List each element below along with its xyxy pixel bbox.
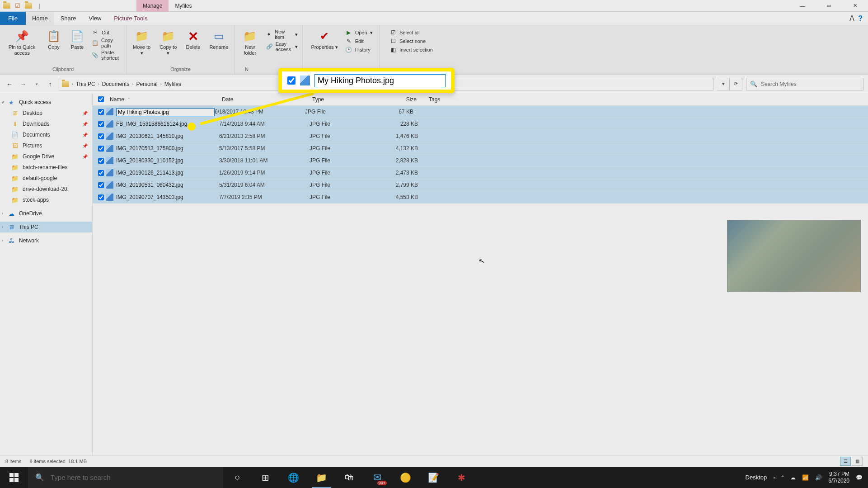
close-button[interactable]: ✕ [842, 0, 868, 12]
tab-file[interactable]: File [0, 12, 26, 25]
refresh-button[interactable]: ⟳ [730, 78, 742, 90]
contextual-tab-manage[interactable]: Manage [136, 0, 169, 12]
row-checkbox[interactable] [95, 194, 106, 200]
details-view-button[interactable]: ☰ [840, 457, 851, 466]
rename-button[interactable]: ▭ Rename [206, 27, 232, 52]
sidebar-onedrive[interactable]: › ☁ OneDrive [0, 208, 92, 219]
desktop-toolbar[interactable]: Desktop [746, 474, 767, 481]
search-box[interactable]: 🔍 [746, 78, 863, 90]
maximize-button[interactable]: ▭ [816, 0, 842, 12]
copy-path-button[interactable]: 📋Copy path [92, 38, 122, 48]
back-button[interactable]: ← [5, 79, 14, 89]
sidebar-item-default-google[interactable]: 📁default-google [0, 173, 92, 184]
volume-tray-icon[interactable]: 🔊 [815, 474, 822, 481]
onedrive-tray-icon[interactable]: ☁ [790, 474, 796, 481]
save-icon[interactable]: ☑ [14, 2, 22, 10]
cut-button[interactable]: ✂Cut [92, 29, 122, 36]
row-checkbox[interactable] [95, 121, 106, 127]
new-folder-button[interactable]: 📁 New folder [238, 27, 263, 58]
edge-icon[interactable]: 🌐 [279, 467, 307, 488]
rename-input[interactable] [116, 108, 215, 116]
easy-access-button[interactable]: 🔗Easy access ▾ [266, 41, 298, 52]
tray-overflow-button[interactable]: ˄ [782, 475, 784, 480]
row-checkbox[interactable] [95, 146, 106, 152]
breadcrumb-item[interactable]: Myfiles [164, 81, 181, 87]
tab-view[interactable]: View [82, 12, 108, 25]
forward-button[interactable]: → [18, 79, 28, 89]
tab-picture-tools[interactable]: Picture Tools [108, 12, 154, 25]
sidebar-item-documents[interactable]: 📄Documents📌 [0, 129, 92, 140]
taskbar-search[interactable]: 🔍 [28, 467, 223, 488]
action-center-button[interactable]: 💬 [856, 474, 863, 481]
sidebar-item-batch-rename-files[interactable]: 📁batch-rename-files [0, 162, 92, 173]
cortana-button[interactable]: ○ [223, 467, 251, 488]
chrome-icon[interactable]: 🟡 [391, 467, 419, 488]
sidebar-network[interactable]: › 🖧 Network [0, 235, 92, 246]
thumbnails-view-button[interactable]: ▦ [852, 457, 863, 466]
callout-rename-input[interactable] [314, 74, 446, 87]
wifi-tray-icon[interactable]: 📶 [802, 474, 809, 481]
row-checkbox[interactable] [95, 170, 106, 176]
sidebar-item-pictures[interactable]: 🖼Pictures📌 [0, 140, 92, 151]
file-row[interactable]: 6/18/2017 10:43 PM JPG File 67 KB [93, 106, 868, 118]
row-checkbox[interactable] [95, 182, 106, 188]
file-explorer-icon[interactable]: 📁 [307, 467, 335, 488]
taskbar-search-input[interactable] [51, 474, 216, 481]
column-header-name[interactable]: Name˄ [106, 96, 218, 103]
edit-button[interactable]: ✎Edit [345, 38, 373, 45]
minimize-button[interactable]: — [789, 0, 816, 12]
file-row[interactable]: IMG_20170513_175800.jpg 5/13/2017 5:58 P… [93, 142, 868, 155]
taskbar-clock[interactable]: 9:37 PM 6/7/2020 [828, 471, 849, 484]
task-view-button[interactable]: ⊞ [251, 467, 279, 488]
callout-checkbox[interactable] [287, 76, 296, 85]
open-button[interactable]: ▶Open ▾ [345, 29, 373, 36]
app-icon[interactable]: ✱ [447, 467, 475, 488]
sidebar-item-stock-apps[interactable]: 📁stock-apps [0, 194, 92, 205]
row-checkbox[interactable] [95, 158, 106, 164]
row-checkbox[interactable] [95, 109, 106, 115]
tab-share[interactable]: Share [54, 12, 83, 25]
help-icon[interactable]: ? [858, 14, 863, 23]
sidebar-quick-access[interactable]: v ★ Quick access [0, 97, 92, 108]
copy-button[interactable]: 📋 Copy [43, 27, 65, 52]
file-row[interactable]: IMG_20190707_143503.jpg 7/7/2019 2:35 PM… [93, 191, 868, 204]
delete-button[interactable]: ✕ Delete [182, 27, 204, 52]
sidebar-item-google-drive[interactable]: 📁Google Drive📌 [0, 151, 92, 162]
properties-button[interactable]: ✔ Properties ▾ [307, 27, 341, 52]
select-all-button[interactable]: ☑Select all [389, 29, 433, 36]
column-header-tags[interactable]: Tags [425, 96, 470, 103]
copy-to-button[interactable]: 📁 Copy to ▾ [156, 27, 180, 58]
recent-locations-button[interactable]: ▾ [32, 79, 42, 89]
breadcrumb-item[interactable]: Personal [136, 81, 157, 87]
breadcrumb-item[interactable]: Documents [102, 81, 130, 87]
mail-icon[interactable]: ✉ 99+ [363, 467, 391, 488]
up-button[interactable]: ↑ [45, 79, 55, 89]
sidebar-item-downloads[interactable]: ⬇Downloads📌 [0, 118, 92, 129]
notepad-icon[interactable]: 📝 [419, 467, 447, 488]
navigation-pane[interactable]: v ★ Quick access 🖥Desktop📌⬇Downloads📌📄Do… [0, 93, 93, 455]
breadcrumb-item[interactable]: This PC [76, 81, 95, 87]
paste-shortcut-button[interactable]: 📎Paste shortcut [92, 50, 122, 61]
invert-selection-button[interactable]: ◧Invert selection [389, 46, 433, 53]
file-row[interactable]: IMG_20180330_110152.jpg 3/30/2018 11:01 … [93, 155, 868, 167]
file-row[interactable]: IMG_20190126_211413.jpg 1/26/2019 9:14 P… [93, 167, 868, 179]
paste-button[interactable]: 📄 Paste [66, 27, 88, 52]
column-header-type[interactable]: Type [309, 96, 376, 103]
sidebar-item-desktop[interactable]: 🖥Desktop📌 [0, 108, 92, 118]
pin-to-quick-access-button[interactable]: 📌 Pin to Quick access [3, 27, 41, 58]
tab-home[interactable]: Home [26, 12, 54, 25]
new-item-button[interactable]: ✦New item ▾ [266, 29, 298, 40]
row-checkbox[interactable] [95, 133, 106, 139]
select-none-button[interactable]: ☐Select none [389, 38, 433, 45]
select-all-checkbox[interactable] [95, 96, 106, 102]
store-icon[interactable]: 🛍 [335, 467, 363, 488]
address-dropdown-button[interactable]: ▾ [717, 78, 730, 90]
desktop-toolbar-chevron[interactable]: » [773, 475, 775, 480]
file-row[interactable]: IMG_20130621_145810.jpg 6/21/2013 2:58 P… [93, 130, 868, 142]
move-to-button[interactable]: 📁 Move to ▾ [129, 27, 154, 58]
start-button[interactable] [0, 467, 28, 488]
ribbon-collapse[interactable]: ᐱ ? [849, 12, 868, 25]
search-input[interactable] [761, 81, 859, 87]
column-header-size[interactable]: Size [376, 96, 425, 103]
history-button[interactable]: 🕑History [345, 46, 373, 53]
